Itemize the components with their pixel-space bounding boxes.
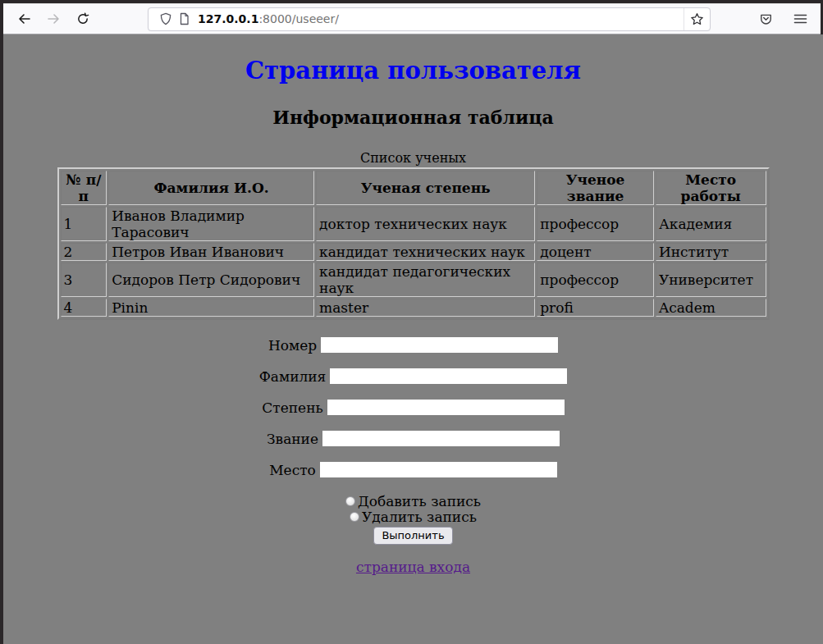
table-caption: Список ученых bbox=[3, 150, 823, 166]
cell-surname: Петров Иван Иванович bbox=[108, 243, 314, 261]
window-frame-left bbox=[0, 0, 3, 644]
degree-label: Степень bbox=[262, 400, 322, 416]
cell-degree: master bbox=[316, 299, 535, 317]
cell-number: 2 bbox=[61, 243, 107, 261]
table-row: 1 Иванов Владимир Тарасович доктор техни… bbox=[61, 207, 766, 241]
star-icon bbox=[690, 12, 704, 26]
shield-icon[interactable] bbox=[157, 10, 175, 28]
rank-input[interactable] bbox=[322, 431, 560, 446]
table-header-row: № п/п Фамилия И.О. Ученая степень Ученое… bbox=[61, 171, 766, 205]
scientists-table: № п/п Фамилия И.О. Ученая степень Ученое… bbox=[57, 167, 770, 320]
form-row-rank: Звание bbox=[3, 431, 823, 446]
table-row: 3 Сидоров Петр Сидорович кандидат педаго… bbox=[61, 263, 766, 297]
execute-button[interactable]: Выполнить bbox=[373, 527, 452, 545]
cell-degree: кандидат технических наук bbox=[316, 243, 535, 261]
form-row-degree: Степень bbox=[3, 400, 823, 415]
add-record-radio[interactable] bbox=[345, 496, 355, 506]
number-input[interactable] bbox=[321, 337, 558, 353]
number-label: Номер bbox=[268, 337, 317, 354]
forward-arrow-icon bbox=[47, 12, 61, 25]
table-row: 2 Петров Иван Иванович кандидат техничес… bbox=[61, 243, 766, 261]
pocket-button[interactable] bbox=[753, 7, 778, 31]
cell-degree: кандидат педагогических наук bbox=[316, 263, 535, 297]
cell-rank: профессор bbox=[537, 263, 654, 297]
reload-button[interactable] bbox=[71, 7, 95, 31]
reload-icon bbox=[76, 12, 89, 25]
workplace-input[interactable] bbox=[320, 462, 557, 477]
delete-record-radio[interactable] bbox=[350, 512, 359, 522]
hamburger-menu-icon bbox=[793, 13, 807, 25]
page-subtitle: Информационная таблица bbox=[3, 107, 823, 128]
degree-input[interactable] bbox=[327, 400, 565, 415]
form-row-workplace: Место bbox=[3, 462, 823, 477]
cell-workplace: Academ bbox=[656, 299, 766, 317]
url-host: 127.0.0.1 bbox=[198, 12, 258, 25]
add-record-label: Добавить запись bbox=[358, 493, 481, 509]
url-path: :8000/useeer/ bbox=[258, 12, 339, 25]
form-row-number: Номер bbox=[3, 337, 823, 353]
delete-record-label: Удалить запись bbox=[362, 509, 477, 525]
page-info-icon[interactable] bbox=[175, 10, 193, 28]
cell-number: 3 bbox=[61, 263, 107, 297]
cell-rank: доцент bbox=[537, 243, 654, 261]
cell-rank: profi bbox=[537, 299, 654, 317]
radio-row-delete: Удалить запись bbox=[3, 509, 823, 524]
page-title: Страница пользователя bbox=[3, 57, 823, 84]
window-frame-top bbox=[0, 0, 823, 3]
cell-workplace: Академия bbox=[656, 207, 766, 241]
cell-rank: профессор bbox=[537, 207, 654, 241]
bookmark-button[interactable] bbox=[684, 8, 710, 30]
cell-workplace: Университет bbox=[656, 263, 766, 297]
forward-button[interactable] bbox=[41, 7, 66, 31]
form-row-surname: Фамилия bbox=[3, 368, 823, 384]
rank-label: Звание bbox=[267, 431, 318, 447]
login-page-link[interactable]: страница входа bbox=[356, 559, 470, 575]
col-header-degree: Ученая степень bbox=[316, 171, 535, 205]
cell-number: 4 bbox=[61, 299, 107, 317]
col-header-number: № п/п bbox=[61, 171, 107, 205]
browser-toolbar: 127.0.0.1:8000/useeer/ bbox=[3, 3, 821, 34]
menu-button[interactable] bbox=[788, 7, 812, 31]
cell-workplace: Институт bbox=[656, 243, 766, 261]
web-page: Страница пользователя Информационная таб… bbox=[3, 34, 823, 644]
pocket-icon bbox=[759, 12, 773, 26]
col-header-workplace: Место работы bbox=[656, 171, 766, 205]
back-arrow-icon bbox=[17, 12, 31, 25]
record-form: Номер Фамилия Степень Звание Место Добав… bbox=[3, 337, 823, 545]
col-header-rank: Ученое звание bbox=[537, 171, 654, 205]
cell-surname: Сидоров Петр Сидорович bbox=[108, 263, 314, 297]
cell-degree: доктор технических наук bbox=[316, 207, 535, 241]
cell-surname: Pinin bbox=[108, 299, 314, 317]
surname-input[interactable] bbox=[330, 368, 567, 384]
radio-row-add: Добавить запись bbox=[3, 493, 823, 509]
url-bar[interactable]: 127.0.0.1:8000/useeer/ bbox=[148, 7, 711, 31]
cell-number: 1 bbox=[61, 207, 107, 241]
toolbar-right-group bbox=[745, 7, 821, 31]
surname-label: Фамилия bbox=[259, 368, 327, 385]
back-button[interactable] bbox=[11, 7, 36, 31]
url-text[interactable]: 127.0.0.1:8000/useeer/ bbox=[198, 12, 684, 25]
col-header-surname: Фамилия И.О. bbox=[108, 171, 314, 205]
table-row: 4 Pinin master profi Academ bbox=[61, 299, 766, 317]
workplace-label: Место bbox=[269, 462, 316, 478]
cell-surname: Иванов Владимир Тарасович bbox=[108, 207, 314, 241]
